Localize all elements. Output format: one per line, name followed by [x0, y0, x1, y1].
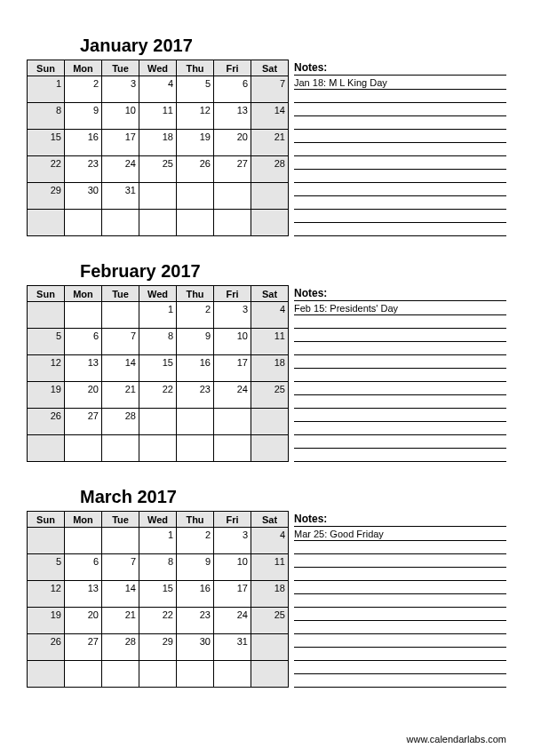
- calendar-day: [102, 435, 139, 462]
- note-line: [294, 621, 506, 634]
- calendar-week: 19202122232425: [28, 382, 289, 409]
- calendar-day: 3: [214, 302, 251, 329]
- note-line: [294, 568, 506, 581]
- note-line: [294, 409, 506, 422]
- calendar-day: [139, 661, 177, 688]
- calendar-day: 8: [28, 103, 65, 130]
- calendar-day: 5: [177, 76, 214, 103]
- calendar-day: 14: [251, 103, 289, 130]
- calendar-day: 4: [139, 76, 177, 103]
- calendar-day: 27: [214, 156, 251, 183]
- calendar-day: [177, 183, 214, 210]
- calendar-day: [102, 302, 139, 329]
- calendar-day: [65, 661, 102, 688]
- calendar-day: [251, 210, 289, 236]
- note-line: [294, 143, 506, 156]
- calendar-day: 21: [251, 130, 289, 156]
- day-header: Wed: [139, 60, 177, 76]
- day-header: Mon: [65, 60, 102, 76]
- calendar-day: 25: [251, 382, 289, 409]
- calendar-day: 13: [65, 355, 102, 382]
- calendar-day: 3: [102, 76, 139, 103]
- month-row: SunMonTueWedThuFriSat1234567891011121314…: [27, 60, 506, 236]
- note-line: [294, 594, 506, 608]
- calendar-day: 8: [139, 554, 177, 581]
- calendar-day: 27: [65, 634, 102, 661]
- note-line: [294, 210, 506, 223]
- month-block: February 2017SunMonTueWedThuFriSat123456…: [27, 261, 506, 462]
- calendar-day: [139, 210, 177, 236]
- day-header: Mon: [65, 512, 102, 528]
- note-line: [294, 674, 506, 688]
- month-block: March 2017SunMonTueWedThuFriSat123456789…: [27, 487, 506, 688]
- calendar-day: 9: [177, 329, 214, 355]
- calendar-day: 19: [28, 608, 65, 634]
- calendar-page: January 2017SunMonTueWedThuFriSat1234567…: [0, 0, 533, 730]
- calendar-day: [139, 183, 177, 210]
- calendar-day: 28: [251, 156, 289, 183]
- notes-column: Notes:Feb 15: Presidents' Day: [294, 285, 506, 462]
- calendar-day: 16: [177, 355, 214, 382]
- calendar-week: 12131415161718: [28, 581, 289, 608]
- calendar-week: [28, 661, 289, 688]
- calendar-day: 19: [28, 382, 65, 409]
- day-header: Sun: [28, 286, 65, 302]
- calendar-week: 891011121314: [28, 103, 289, 130]
- calendar-week: 293031: [28, 183, 289, 210]
- note-line: [294, 422, 506, 435]
- note-line: [294, 634, 506, 648]
- calendar-day: [177, 210, 214, 236]
- calendar-day: 31: [102, 183, 139, 210]
- calendar-day: 20: [65, 382, 102, 409]
- calendar-day: [214, 183, 251, 210]
- note-line: [294, 315, 506, 329]
- calendar-week: 15161718192021: [28, 130, 289, 156]
- calendar-day: 18: [139, 130, 177, 156]
- calendar-day: [177, 661, 214, 688]
- note-line: [294, 608, 506, 621]
- calendar-day: 6: [214, 76, 251, 103]
- day-header: Tue: [102, 286, 139, 302]
- calendar-grid: SunMonTueWedThuFriSat1234567891011121314…: [27, 285, 289, 462]
- note-line: [294, 103, 506, 116]
- notes-header: Notes:: [294, 60, 506, 76]
- calendar-day: 17: [214, 581, 251, 608]
- day-header: Thu: [177, 60, 214, 76]
- day-header: Sat: [251, 286, 289, 302]
- calendar-day: 23: [177, 382, 214, 409]
- calendar-day: [28, 528, 65, 554]
- footer-credit: www.calendarlabs.com: [0, 730, 533, 753]
- day-header: Fri: [214, 286, 251, 302]
- calendar-day: 11: [251, 329, 289, 355]
- day-header: Sun: [28, 512, 65, 528]
- calendar-week: 1234567: [28, 76, 289, 103]
- calendar-week: 1234: [28, 302, 289, 329]
- calendar-day: 23: [177, 608, 214, 634]
- calendar-day: 10: [214, 554, 251, 581]
- month-title: January 2017: [27, 36, 506, 56]
- calendar-day: [251, 435, 289, 462]
- calendar-day: 31: [214, 634, 251, 661]
- calendar-day: 6: [65, 329, 102, 355]
- calendar-day: [177, 409, 214, 435]
- calendar-day: [102, 661, 139, 688]
- month-row: SunMonTueWedThuFriSat1234567891011121314…: [27, 511, 506, 688]
- calendar-day: [177, 435, 214, 462]
- calendar-day: [139, 435, 177, 462]
- note-line: [294, 541, 506, 554]
- calendar-day: 6: [65, 554, 102, 581]
- note-line: [294, 342, 506, 355]
- calendar-day: 5: [28, 554, 65, 581]
- note-line: [294, 369, 506, 382]
- calendar-day: 14: [102, 355, 139, 382]
- note-line: [294, 130, 506, 143]
- calendar-day: 29: [139, 634, 177, 661]
- calendar-day: [214, 435, 251, 462]
- calendar-week: 567891011: [28, 554, 289, 581]
- month-block: January 2017SunMonTueWedThuFriSat1234567…: [27, 36, 506, 236]
- calendar-day: [28, 210, 65, 236]
- note-line: [294, 355, 506, 369]
- calendar-day: 11: [139, 103, 177, 130]
- calendar-day: 23: [65, 156, 102, 183]
- notes-header: Notes:: [294, 285, 506, 301]
